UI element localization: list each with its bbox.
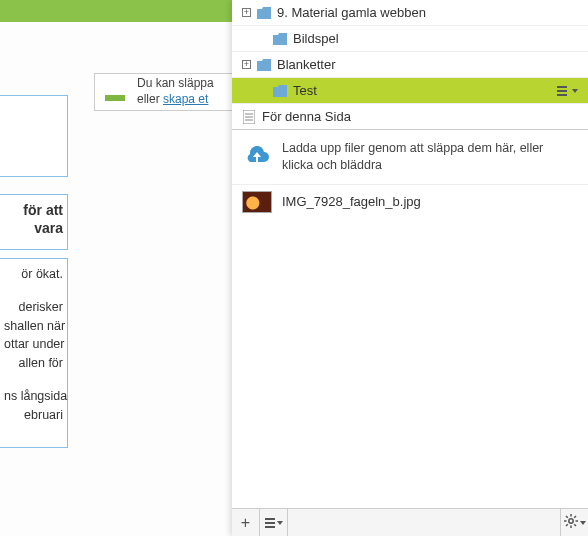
- list-icon: [557, 86, 567, 96]
- list-icon: [265, 518, 275, 528]
- dropzone-text: Du kan släppa eller skapa et: [137, 76, 214, 107]
- folder-label: Test: [293, 83, 551, 98]
- folder-tree: + 9. Material gamla webben Bildspel + Bl…: [232, 0, 588, 130]
- expand-placeholder: [258, 34, 267, 43]
- page-row-for-this-page[interactable]: För denna Sida: [232, 104, 588, 130]
- folder-icon: [257, 7, 271, 19]
- folder-icon: [257, 59, 271, 71]
- cloud-upload-icon: [244, 146, 270, 168]
- plus-icon: +: [241, 514, 250, 532]
- download-icon: [103, 81, 127, 103]
- body-line: ebruari: [4, 406, 63, 425]
- folder-icon: [273, 85, 287, 97]
- left-fragment-heading: för att vara: [0, 194, 68, 250]
- folder-label: 9. Material gamla webben: [277, 5, 588, 20]
- sort-button[interactable]: [260, 509, 288, 536]
- body-line: ns långsida: [4, 387, 63, 406]
- file-thumbnail: [242, 191, 272, 213]
- body-line: shallen när: [4, 317, 63, 336]
- file-panel: + 9. Material gamla webben Bildspel + Bl…: [232, 0, 588, 536]
- chevron-down-icon: [572, 89, 578, 93]
- dropzone-line1: Du kan släppa: [137, 76, 214, 90]
- settings-button[interactable]: [560, 509, 588, 536]
- svg-line-14: [566, 516, 568, 518]
- left-heading-line2: vara: [34, 220, 63, 236]
- chevron-down-icon: [277, 521, 283, 525]
- folder-row-test[interactable]: Test: [232, 78, 588, 104]
- folder-row-bildspel[interactable]: Bildspel: [232, 26, 588, 52]
- folder-icon: [273, 33, 287, 45]
- panel-spacer: [232, 219, 588, 508]
- folder-label: Bildspel: [293, 31, 588, 46]
- dropzone-create-link[interactable]: skapa et: [163, 92, 208, 106]
- folder-row-blanketter[interactable]: + Blanketter: [232, 52, 588, 78]
- body-line: ottar under: [4, 335, 63, 354]
- toolbar-spacer: [288, 509, 560, 536]
- svg-point-9: [568, 518, 572, 522]
- body-line: allen för: [4, 354, 63, 373]
- expand-icon[interactable]: +: [242, 60, 251, 69]
- svg-line-17: [574, 516, 576, 518]
- add-button[interactable]: +: [232, 509, 260, 536]
- svg-line-16: [566, 524, 568, 526]
- body-line: derisker: [4, 298, 63, 317]
- page-label: För denna Sida: [262, 109, 588, 124]
- file-item[interactable]: IMG_7928_fageln_b.jpg: [232, 185, 588, 219]
- expand-icon[interactable]: +: [242, 8, 251, 17]
- upload-hint-text: Ladda upp filer genom att släppa dem här…: [282, 140, 576, 174]
- top-bar: [0, 0, 232, 22]
- file-name: IMG_7928_fageln_b.jpg: [282, 194, 421, 209]
- gear-icon: [564, 514, 578, 532]
- bottom-toolbar: +: [232, 508, 588, 536]
- left-fragment-empty: [0, 95, 68, 177]
- svg-rect-2: [105, 95, 125, 101]
- svg-marker-3: [109, 83, 121, 95]
- svg-line-15: [574, 524, 576, 526]
- left-fragment-body: ör ökat. derisker shallen när ottar unde…: [0, 258, 68, 448]
- dropzone-line2-prefix: eller: [137, 92, 163, 106]
- left-heading-line1: för att: [23, 202, 63, 218]
- body-line: ör ökat.: [4, 265, 63, 284]
- row-menu-button[interactable]: [557, 86, 578, 96]
- folder-row-material[interactable]: + 9. Material gamla webben: [232, 0, 588, 26]
- upload-dropzone[interactable]: Ladda upp filer genom att släppa dem här…: [232, 130, 588, 185]
- folder-label: Blanketter: [277, 57, 588, 72]
- expand-placeholder: [258, 86, 267, 95]
- chevron-down-icon: [580, 521, 586, 525]
- page-icon: [242, 110, 256, 124]
